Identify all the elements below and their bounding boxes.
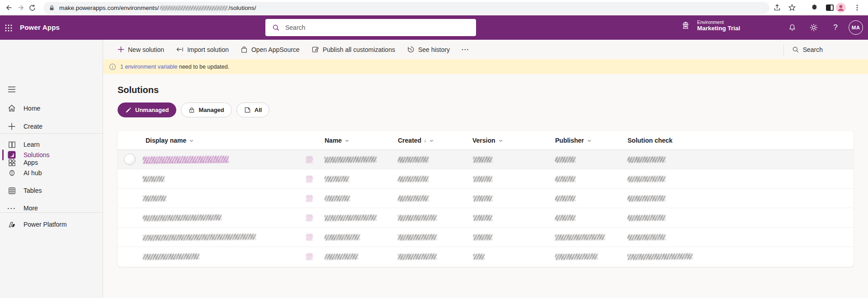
table-row[interactable] bbox=[118, 150, 854, 169]
table-header-row: Display nameNameCreated↓VersionPublisher… bbox=[118, 131, 854, 150]
redacted-solution-check bbox=[627, 176, 665, 182]
notifications-bell-icon[interactable] bbox=[787, 22, 797, 33]
filter-pill-all[interactable]: All bbox=[236, 102, 270, 117]
column-header-publisher[interactable]: Publisher bbox=[555, 131, 592, 150]
redacted-name bbox=[325, 156, 377, 163]
table-row[interactable] bbox=[118, 228, 854, 247]
browser-forward-icon[interactable] bbox=[15, 2, 26, 13]
environment-picker[interactable]: Environment Marketing Trial bbox=[681, 19, 740, 32]
table-row[interactable] bbox=[118, 247, 854, 266]
home-icon bbox=[7, 104, 16, 113]
side-panel-icon[interactable] bbox=[824, 2, 835, 13]
table-row[interactable] bbox=[118, 189, 854, 208]
redacted-publisher bbox=[555, 196, 576, 201]
see-history-button[interactable]: See history bbox=[407, 46, 450, 53]
publish-all-button[interactable]: Publish all customizations bbox=[311, 46, 395, 53]
redacted-version bbox=[473, 157, 492, 163]
redacted-display-name bbox=[143, 214, 222, 221]
chevron-down-icon bbox=[189, 138, 194, 143]
product-title[interactable]: Power Apps bbox=[20, 23, 60, 31]
bookmark-star-icon[interactable] bbox=[787, 2, 797, 13]
redacted-glyph bbox=[306, 253, 313, 260]
redacted-display-name bbox=[143, 234, 256, 241]
hamburger-menu-icon[interactable] bbox=[6, 84, 17, 95]
sidebar-item-more[interactable]: ··· More bbox=[0, 200, 103, 216]
command-bar-divider bbox=[783, 44, 784, 55]
table-row[interactable] bbox=[118, 208, 854, 228]
solutions-table: Display nameNameCreated↓VersionPublisher… bbox=[118, 131, 854, 267]
redacted-solution-check bbox=[627, 234, 665, 241]
filter-pill-managed[interactable]: Managed bbox=[181, 102, 231, 117]
redacted-publisher bbox=[555, 176, 576, 182]
import-arrow-icon bbox=[176, 46, 184, 53]
command-overflow-button[interactable]: ··· bbox=[462, 46, 469, 53]
search-icon bbox=[272, 24, 280, 32]
sort-descending-icon: ↓ bbox=[424, 137, 426, 144]
sidebar-item-create[interactable]: Create bbox=[0, 118, 103, 135]
new-solution-button[interactable]: New solution bbox=[118, 46, 164, 53]
redacted-name bbox=[325, 196, 350, 202]
browser-profile-avatar[interactable] bbox=[835, 2, 846, 13]
waffle-menu-icon[interactable] bbox=[4, 23, 14, 33]
settings-gear-icon[interactable] bbox=[808, 22, 819, 33]
open-appsource-button[interactable]: Open AppSource bbox=[241, 46, 300, 53]
redacted-name bbox=[325, 214, 377, 221]
redacted-created bbox=[398, 234, 437, 241]
redacted-publisher bbox=[555, 254, 598, 260]
chevron-down-icon bbox=[429, 138, 434, 143]
sidebar-item-home[interactable]: Home bbox=[0, 100, 103, 116]
global-search-input[interactable]: Search bbox=[265, 19, 476, 36]
browser-reload-icon[interactable] bbox=[27, 2, 38, 13]
redacted-version bbox=[473, 176, 492, 182]
command-bar: New solution Import solution Open AppSou… bbox=[103, 40, 868, 59]
power-platform-icon bbox=[7, 220, 16, 229]
redacted-version bbox=[473, 215, 492, 221]
url-text: make.powerapps.com/environments//solutio… bbox=[59, 5, 256, 11]
import-solution-button[interactable]: Import solution bbox=[176, 46, 229, 53]
share-icon[interactable] bbox=[772, 2, 783, 13]
sidebar-item-power-platform[interactable]: Power Platform bbox=[0, 216, 103, 233]
redacted-created bbox=[398, 176, 429, 182]
environment-variable-link[interactable]: 1 environment variable bbox=[120, 64, 177, 70]
browser-menu-kebab-icon[interactable] bbox=[852, 2, 863, 13]
column-header-solution-check[interactable]: Solution check bbox=[627, 131, 673, 150]
address-bar[interactable]: make.powerapps.com/environments//solutio… bbox=[43, 2, 769, 14]
column-header-version[interactable]: Version bbox=[472, 131, 503, 150]
browser-back-icon[interactable] bbox=[4, 2, 14, 13]
solutions-icon bbox=[7, 150, 16, 159]
redacted-glyph bbox=[306, 214, 313, 221]
redacted-name bbox=[325, 254, 358, 260]
main-content: Solutions Unmanaged Managed All Display … bbox=[103, 74, 868, 298]
history-clock-icon bbox=[407, 46, 415, 53]
redacted-created bbox=[398, 215, 437, 221]
global-search-placeholder: Search bbox=[285, 24, 305, 31]
redacted-display-name bbox=[143, 156, 229, 163]
redacted-display-name bbox=[143, 253, 199, 260]
sidebar-item-solutions[interactable]: Solutions bbox=[0, 147, 103, 163]
redacted-solution-check bbox=[627, 157, 665, 163]
column-header-display-name[interactable]: Display name bbox=[146, 131, 194, 150]
column-header-created[interactable]: Created↓ bbox=[398, 131, 434, 150]
publish-icon bbox=[311, 46, 319, 53]
sidebar-item-tables[interactable]: Tables bbox=[0, 182, 103, 199]
filter-pill-unmanaged[interactable]: Unmanaged bbox=[118, 102, 176, 117]
plus-icon bbox=[7, 122, 16, 131]
list-search-button[interactable]: Search bbox=[792, 46, 823, 53]
table-row[interactable] bbox=[118, 169, 854, 189]
managed-filter-group: Unmanaged Managed All bbox=[118, 102, 269, 117]
column-header-name[interactable]: Name bbox=[325, 131, 349, 150]
extensions-puzzle-icon[interactable] bbox=[809, 2, 820, 13]
help-icon[interactable]: ? bbox=[830, 22, 841, 33]
table-grid-icon bbox=[7, 186, 16, 195]
lock-icon bbox=[189, 107, 195, 113]
environment-name: Marketing Trial bbox=[697, 25, 740, 32]
account-avatar[interactable]: MA bbox=[849, 20, 863, 35]
chevron-down-icon bbox=[587, 138, 592, 143]
power-apps-solutions-page: make.powerapps.com/environments//solutio… bbox=[0, 0, 868, 298]
add-icon bbox=[118, 46, 124, 53]
redacted-version bbox=[473, 196, 492, 201]
sidebar-item-ai-hub[interactable]: AI hub bbox=[0, 165, 103, 181]
info-icon bbox=[109, 63, 116, 70]
sidebar: Home Create Learn Apps Solu bbox=[0, 40, 103, 298]
redacted-created bbox=[398, 254, 437, 260]
